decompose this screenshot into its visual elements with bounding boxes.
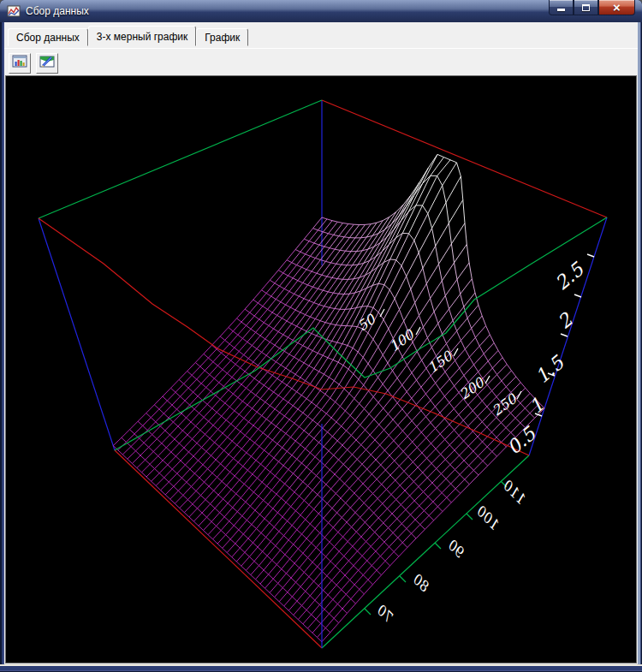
tab-strip: Сбор данных3-х мерный графикГрафик (4, 22, 638, 45)
minimize-icon (557, 9, 565, 11)
bar-chart-icon (12, 55, 27, 71)
tab-page: 0.511.522.550100150200250110100908070 (4, 48, 638, 664)
window-controls: × (549, 0, 635, 15)
close-button[interactable]: × (598, 0, 635, 15)
toolbar (4, 49, 638, 74)
tab-2[interactable]: График (196, 28, 248, 46)
close-icon: × (613, 1, 621, 14)
chart-options-button[interactable] (9, 53, 31, 74)
tab-1[interactable]: 3-х мерный график (88, 26, 196, 46)
tab-0[interactable]: Сбор данных (8, 28, 88, 46)
plot-canvas[interactable]: 0.511.522.550100150200250110100908070 (5, 75, 637, 663)
edit-graph-button[interactable] (36, 53, 58, 74)
window-border-right (638, 22, 642, 672)
minimize-button[interactable] (549, 0, 574, 15)
client-area: Сбор данных3-х мерный графикГрафик (4, 22, 638, 664)
window-title: Сбор данных (26, 5, 89, 17)
window-border-left (0, 22, 4, 672)
window-border-bottom (0, 664, 642, 672)
edit-image-icon (39, 55, 55, 71)
app-window: Сбор данных × Сбор данных3-х мерный граф… (0, 0, 642, 672)
title-bar[interactable]: Сбор данных × (0, 0, 642, 22)
restore-icon (582, 4, 590, 11)
restore-button[interactable] (574, 0, 598, 15)
app-icon (7, 4, 21, 18)
